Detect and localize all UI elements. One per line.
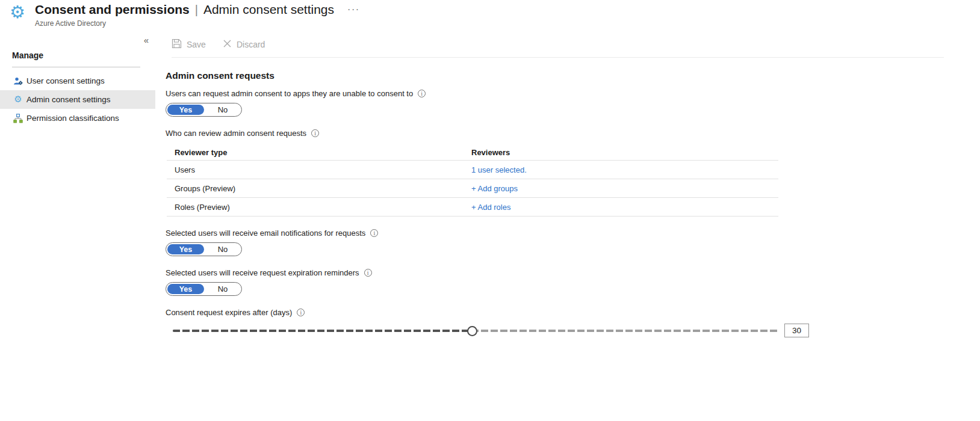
toggle-yes-button[interactable]: Yes xyxy=(167,284,204,294)
slider-handle[interactable] xyxy=(467,326,477,336)
main-content: Save Discard Admin consent requests User… xyxy=(166,34,980,337)
info-icon[interactable]: i xyxy=(370,229,378,237)
add-groups-link[interactable]: + Add groups xyxy=(471,184,518,193)
section-title: Admin consent requests xyxy=(166,70,980,81)
info-icon[interactable]: i xyxy=(297,309,305,316)
expires-after-label-row: Consent request expires after (days) i xyxy=(166,308,980,317)
expires-after-label: Consent request expires after (days) xyxy=(166,308,292,317)
table-row-users: Users 1 user selected. xyxy=(167,161,778,179)
breadcrumb-subtitle: Azure Active Directory xyxy=(35,19,106,28)
title-separator: | xyxy=(195,3,198,17)
reviewers-table: Reviewer type Reviewers Users 1 user sel… xyxy=(167,144,778,217)
page-title: Consent and permissions | Admin consent … xyxy=(35,2,361,17)
page-title-secondary: Admin consent settings xyxy=(203,2,334,17)
column-header-reviewer-type: Reviewer type xyxy=(167,148,471,157)
page-title-primary: Consent and permissions xyxy=(35,2,190,17)
sidebar-item-label: User consent settings xyxy=(26,76,105,85)
sidebar-collapse-icon[interactable]: « xyxy=(144,35,149,45)
hierarchy-icon xyxy=(13,114,23,123)
user-gear-icon xyxy=(13,76,23,86)
sidebar-section-manage: Manage xyxy=(12,51,155,60)
reviewers-label-row: Who can review admin consent requests i xyxy=(166,129,980,138)
user-requests-toggle: Yes No xyxy=(166,103,242,117)
expiration-reminders-label-row: Selected users will receive request expi… xyxy=(166,268,980,277)
toggle-no-button[interactable]: No xyxy=(204,243,241,256)
sidebar-item-label: Admin consent settings xyxy=(26,95,111,104)
sidebar-item-permission-classifications[interactable]: Permission classifications xyxy=(0,109,155,128)
toggle-no-button[interactable]: No xyxy=(204,103,241,116)
email-notifications-label-row: Selected users will receive email notifi… xyxy=(166,229,980,238)
reviewer-type-cell: Roles (Preview) xyxy=(167,203,471,212)
expiration-reminders-label: Selected users will receive request expi… xyxy=(166,268,359,277)
toggle-no-button[interactable]: No xyxy=(204,283,241,295)
table-row-roles: Roles (Preview) + Add roles xyxy=(167,198,778,217)
close-icon xyxy=(223,39,232,50)
discard-button[interactable]: Discard xyxy=(223,39,265,50)
info-icon[interactable]: i xyxy=(418,90,426,97)
command-bar-divider xyxy=(172,57,944,58)
reviewer-type-cell: Users xyxy=(167,165,471,174)
add-roles-link[interactable]: + Add roles xyxy=(471,203,510,212)
reviewer-type-cell: Groups (Preview) xyxy=(167,184,471,193)
user-requests-label-row: Users can request admin consent to apps … xyxy=(166,89,980,98)
expires-after-input[interactable] xyxy=(784,324,809,337)
reviewers-label: Who can review admin consent requests xyxy=(166,129,306,138)
email-notifications-toggle: Yes No xyxy=(166,242,242,256)
save-button[interactable]: Save xyxy=(172,38,206,51)
discard-label: Discard xyxy=(237,40,265,49)
sidebar-item-admin-consent-settings[interactable]: ⚙ Admin consent settings xyxy=(0,90,155,109)
user-requests-label: Users can request admin consent to apps … xyxy=(166,89,413,98)
expires-after-slider[interactable] xyxy=(173,325,778,336)
gear-icon: ⚙ xyxy=(13,95,23,105)
toggle-yes-button[interactable]: Yes xyxy=(167,105,204,115)
more-options-button[interactable]: ··· xyxy=(346,4,361,15)
sidebar: « Manage User consent settin xyxy=(0,34,155,421)
toggle-yes-button[interactable]: Yes xyxy=(167,244,204,254)
sidebar-item-user-consent-settings[interactable]: User consent settings xyxy=(0,72,155,90)
save-label: Save xyxy=(187,40,206,49)
email-notifications-label: Selected users will receive email notifi… xyxy=(166,229,365,238)
slider-track-filled xyxy=(173,330,473,332)
sidebar-nav: User consent settings ⚙ Admin consent se… xyxy=(0,72,155,128)
page-header: ⚙ Consent and permissions | Admin consen… xyxy=(0,0,980,34)
consent-gear-icon: ⚙ xyxy=(10,4,25,21)
expiration-reminders-toggle: Yes No xyxy=(166,282,242,296)
column-header-reviewers: Reviewers xyxy=(471,148,778,157)
sidebar-divider xyxy=(12,67,140,67)
users-selected-link[interactable]: 1 user selected. xyxy=(471,165,527,174)
info-icon[interactable]: i xyxy=(311,129,319,137)
info-icon[interactable]: i xyxy=(364,269,372,277)
table-header-row: Reviewer type Reviewers xyxy=(167,144,778,161)
expires-after-slider-row xyxy=(166,324,980,337)
command-bar: Save Discard xyxy=(166,35,980,54)
table-row-groups: Groups (Preview) + Add groups xyxy=(167,179,778,198)
save-icon xyxy=(172,38,182,51)
sidebar-item-label: Permission classifications xyxy=(26,114,119,123)
